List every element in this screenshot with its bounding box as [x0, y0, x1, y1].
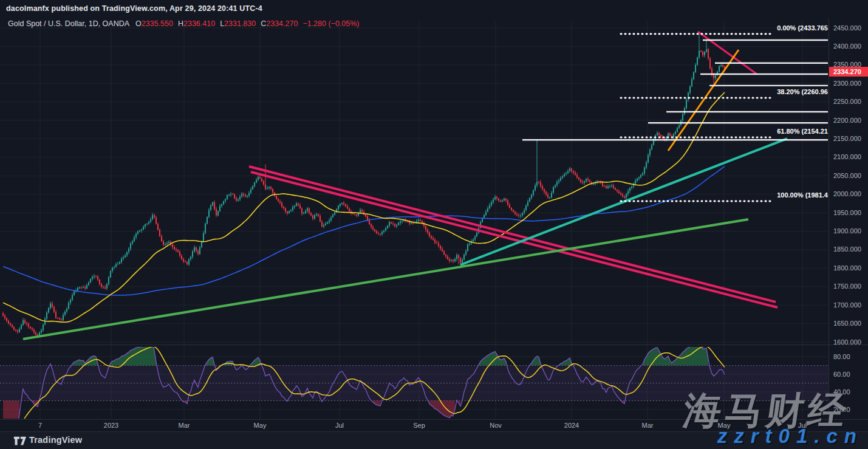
price-axis-tick[interactable]: 1700.000	[833, 301, 861, 309]
price-axis-tick[interactable]: 2450.000	[833, 24, 861, 32]
price-axis-tick[interactable]: 1850.000	[833, 245, 861, 253]
tradingview-logo-icon[interactable]	[13, 436, 27, 446]
symbol-legend: Gold Spot / U.S. Dollar, 1D, OANDAO2335.…	[8, 19, 360, 28]
price-axis-tick[interactable]: 2250.000	[833, 98, 861, 106]
price-axis-tick[interactable]: 1800.000	[833, 264, 861, 272]
price-axis-tick[interactable]: 2150.000	[833, 135, 861, 143]
time-axis-label[interactable]: 7	[38, 422, 42, 430]
price-axis-tick[interactable]: 2200.000	[833, 117, 861, 125]
price-axis-tick[interactable]: 1600.000	[833, 338, 861, 346]
symbol-title[interactable]: Gold Spot / U.S. Dollar, 1D, OANDA	[8, 19, 129, 28]
fib-level-label: 0.00% (2433.765	[777, 24, 828, 32]
descending-channel-lower[interactable]	[251, 172, 777, 307]
ohlc-item: H2336.410	[178, 19, 215, 28]
time-axis-label[interactable]: Jul	[335, 422, 344, 430]
time-axis-label[interactable]: May	[254, 422, 267, 430]
ohlc-item: L2331.830	[220, 19, 256, 28]
time-axis-label[interactable]: Nov	[490, 422, 502, 430]
time-axis-label[interactable]: 2023	[104, 422, 118, 430]
long-term-uptrend-line[interactable]	[23, 219, 748, 339]
fib-level-label: 100.00% (1981.4	[777, 191, 828, 199]
price-axis-tick[interactable]: 2000.000	[833, 190, 861, 198]
rsi-overbought-fill	[559, 358, 572, 365]
price-axis-tick[interactable]: 1950.000	[833, 209, 861, 217]
rsi-axis-tick[interactable]: 60.00	[833, 371, 850, 379]
chart-canvas[interactable]	[0, 0, 868, 449]
watermark-url: zzrt01.cn	[717, 425, 863, 448]
rsi-overbought-fill	[72, 356, 98, 366]
ohlc-values: O2335.550H2336.410L2331.830C2334.270	[135, 19, 302, 28]
time-axis-label[interactable]: 2024	[564, 422, 579, 430]
time-axis-label[interactable]: Sep	[413, 422, 425, 430]
breakdown-trendline[interactable]	[698, 32, 757, 74]
ohlc-item: O2335.550	[135, 19, 173, 28]
change-value: −1.280 (−0.05%)	[302, 19, 359, 28]
price-axis-tick[interactable]: 2050.000	[833, 172, 861, 180]
price-axis-tick[interactable]: 1900.000	[833, 227, 861, 235]
time-axis-label[interactable]: Mar	[642, 422, 654, 430]
time-axis-label[interactable]: Mar	[179, 422, 190, 430]
tradingview-chart-page: dacolmanfx published on TradingView.com,…	[0, 0, 868, 449]
price-pane[interactable]	[2, 32, 828, 339]
rsi-oversold-fill	[3, 401, 19, 428]
price-axis-tick[interactable]: 2100.000	[833, 153, 861, 161]
ohlc-item: C2334.270	[261, 19, 298, 28]
tradingview-wordmark[interactable]: TradingView	[29, 435, 82, 445]
price-axis-tick[interactable]: 1650.000	[833, 320, 861, 327]
rsi-axis-tick[interactable]: 80.00	[833, 353, 850, 361]
last-price-badge: 2334.270	[829, 67, 868, 77]
price-axis-tick[interactable]: 2400.000	[833, 43, 861, 50]
fib-level-label: 61.80% (2154.21	[777, 128, 828, 135]
rsi-overbought-fill	[479, 352, 506, 366]
price-axis-tick[interactable]: 2300.000	[833, 80, 861, 87]
price-axis-tick[interactable]: 1750.000	[833, 283, 861, 290]
fib-level-label: 38.20% (2260.96	[777, 88, 828, 95]
